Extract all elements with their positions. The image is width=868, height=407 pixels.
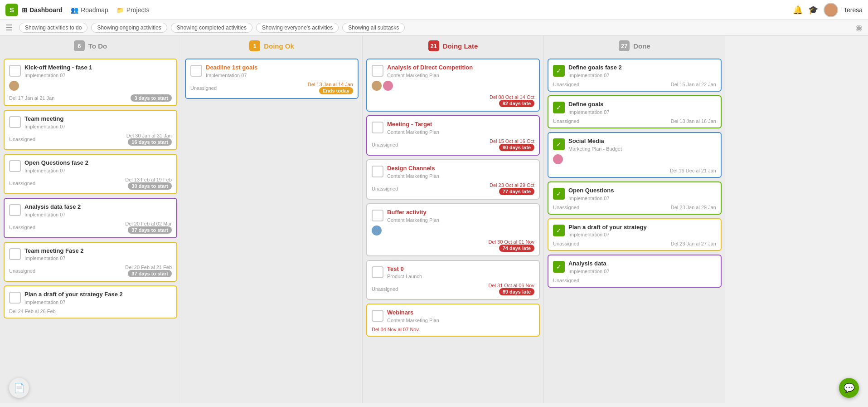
- card-buf-dates: Del 30 Oct al 01 Nov: [489, 239, 535, 245]
- topnav-right: 🔔 🎓 Teresa: [793, 3, 863, 17]
- card-oq-unassigned: Unassigned: [553, 205, 579, 210]
- card-mt-subtitle: Content Marketing Plan: [387, 129, 534, 135]
- card-kickoff: Kick-off Meeting - fase 1 Implementation…: [4, 59, 177, 106]
- checkbox-plandraft[interactable]: ✓: [553, 225, 565, 236]
- card-deadline1st: Deadline 1st goals Implementation 07 Una…: [185, 59, 359, 99]
- nav-items: ⊞ Dashboard 👥 Roadmap 📁 Projects: [22, 6, 793, 14]
- card-dg-title: Define goals: [568, 101, 716, 108]
- todo-count: 6: [74, 40, 85, 51]
- card-ac-badge: 92 days late: [499, 100, 534, 107]
- card-analysisdata2: Analysis data fase 2 Implementation 07 U…: [4, 198, 177, 238]
- column-doingok: 1 Doing Ok Deadline 1st goals Implementa…: [181, 36, 363, 403]
- doingok-label: Doing Ok: [264, 42, 294, 50]
- card-teammeeting-subtitle: Implementation 07: [24, 124, 172, 129]
- card-pd-dates: Del 23 Jan al 27 Jan: [671, 241, 716, 246]
- roadmap-icon: 👥: [71, 6, 78, 14]
- card-ad2-dates: Del 20 Feb al 02 Mar: [125, 221, 172, 226]
- card-meetingtarget: Meeting - Target Content Marketing Plan …: [366, 115, 540, 156]
- checkbox-kickoff[interactable]: [9, 65, 21, 77]
- card-openquestions: ✓ Open Questions Implementation 07 Unass…: [548, 181, 722, 215]
- card-sm-subtitle: Marketing Plan - Budget: [568, 146, 716, 152]
- checkbox-teammeeting2[interactable]: [9, 248, 21, 260]
- doinglate-count: 21: [428, 40, 439, 51]
- checkbox-analysisdata[interactable]: ✓: [553, 261, 565, 273]
- chat-bubble[interactable]: 💬: [839, 378, 859, 398]
- card-oq2-dates: Del 13 Feb al 19 Feb: [125, 177, 172, 182]
- card-dc-dates: Del 23 Oct al 29 Oct: [490, 182, 534, 188]
- board: 6 To Do Kick-off Meeting - fase 1 Implem…: [0, 36, 868, 403]
- card-ad2-unassigned: Unassigned: [9, 225, 35, 230]
- card-definegoals2: ✓ Define goals fase 2 Implementation 07 …: [548, 59, 722, 92]
- checkbox-definegoals[interactable]: ✓: [553, 102, 565, 113]
- card-ad-unassigned: Unassigned: [553, 278, 579, 283]
- card-web-dates: Del 04 Nov al 07 Nov: [372, 327, 419, 332]
- avatar-sm: [553, 154, 563, 164]
- card-pd2-dates: Del 24 Feb al 26 Feb: [9, 309, 56, 314]
- filter-ongoing[interactable]: Showing ongoing activities: [91, 23, 167, 33]
- checkbox-webinars[interactable]: [372, 310, 383, 322]
- checkbox-analysisdata2[interactable]: [9, 204, 21, 216]
- card-analysisdata2-subtitle: Implementation 07: [24, 212, 172, 217]
- card-dg-unassigned: Unassigned: [553, 118, 579, 124]
- card-teammeeting-title: Team meeting: [24, 115, 172, 123]
- card-dg-subtitle: Implementation 07: [568, 109, 716, 115]
- column-done: 27 Done ✓ Define goals fase 2 Implementa…: [544, 36, 725, 403]
- card-teammeeting2: Team meeting Fase 2 Implementation 07 Un…: [4, 242, 177, 282]
- filter-todo[interactable]: Showing activities to do: [19, 23, 87, 33]
- checkbox-openquestions2[interactable]: [9, 160, 21, 172]
- card-buf-badge: 74 days late: [499, 245, 534, 252]
- card-dg2-unassigned: Unassigned: [553, 82, 579, 87]
- card-dl-unassigned: Unassigned: [190, 85, 217, 91]
- card-web-title: Webinars: [387, 309, 534, 317]
- card-teammeeting: Team meeting Implementation 07 Unassigne…: [4, 110, 177, 150]
- checkbox-openquestions[interactable]: ✓: [553, 188, 565, 200]
- checkbox-test0[interactable]: [372, 266, 383, 278]
- column-doingok-header: 1 Doing Ok: [181, 36, 362, 55]
- card-oq-title: Open Questions: [568, 187, 716, 195]
- card-deadline1st-title: Deadline 1st goals: [206, 64, 353, 72]
- card-mt-title: Meeting - Target: [387, 121, 534, 128]
- card-plandraft: ✓ Plan a draft of your strategy Implemen…: [548, 218, 722, 251]
- avatar-buf: [372, 226, 382, 235]
- card-dg-dates: Del 13 Jan al 16 Jan: [671, 118, 716, 124]
- checkbox-buffer[interactable]: [372, 210, 383, 221]
- checkbox-teammeeting[interactable]: [9, 116, 21, 128]
- card-oq2-badge: 30 days to start: [128, 182, 172, 190]
- dashboard-icon: ⊞: [22, 6, 27, 14]
- column-doinglate-header: 21 Doing Late: [363, 36, 543, 55]
- card-tm2-badge: 37 days to start: [128, 270, 172, 277]
- avatar[interactable]: [824, 3, 838, 17]
- card-openquestions2-subtitle: Implementation 07: [24, 168, 172, 173]
- card-analysiscomp: Analysis of Direct Competition Content M…: [366, 59, 540, 112]
- filter-everyone[interactable]: Showing everyone's activities: [256, 23, 339, 33]
- checkbox-definegoals2[interactable]: ✓: [553, 65, 565, 77]
- graduation-icon[interactable]: 🎓: [808, 5, 818, 15]
- card-analysiscomp-subtitle: Content Marketing Plan: [387, 73, 534, 78]
- menu-icon[interactable]: ☰: [5, 23, 13, 33]
- nav-roadmap[interactable]: 👥 Roadmap: [71, 6, 108, 14]
- card-plandraft2-title: Plan a draft of your strategy Fase 2: [24, 291, 172, 299]
- card-analysisdata: ✓ Analysis data Implementation 07 Unassi…: [548, 255, 722, 288]
- card-sm-title: Social Media: [568, 137, 716, 145]
- projects-icon: 📁: [116, 6, 124, 14]
- card-webinars: Webinars Content Marketing Plan Del 04 N…: [366, 304, 540, 337]
- card-sm-dates: Del 16 Dec al 21 Jan: [670, 168, 716, 173]
- card-t0-dates: Del 31 Oct al 06 Nov: [489, 283, 535, 288]
- nav-projects[interactable]: 📁 Projects: [116, 6, 150, 14]
- checkbox-designchannels[interactable]: [372, 166, 383, 177]
- checkbox-plandraft2[interactable]: [9, 292, 21, 304]
- filter-completed[interactable]: Showing completed activities: [171, 23, 252, 33]
- filter-subtasks[interactable]: Showing all subtasks: [342, 23, 405, 33]
- doc-icon[interactable]: 📄: [9, 378, 29, 398]
- checkbox-deadline1st[interactable]: [190, 65, 202, 77]
- card-tm2-dates: Del 20 Feb al 21 Feb: [125, 265, 172, 270]
- checkbox-socialmedia[interactable]: ✓: [553, 138, 565, 150]
- done-label: Done: [633, 42, 650, 50]
- checkbox-analysiscomp[interactable]: [372, 65, 383, 77]
- rss-icon[interactable]: ◉: [855, 23, 863, 33]
- nav-dashboard[interactable]: ⊞ Dashboard: [22, 6, 63, 14]
- bell-icon[interactable]: 🔔: [793, 5, 803, 15]
- card-web-subtitle: Content Marketing Plan: [387, 318, 534, 323]
- checkbox-meetingtarget[interactable]: [372, 122, 383, 133]
- avatar-ac2: [383, 81, 393, 91]
